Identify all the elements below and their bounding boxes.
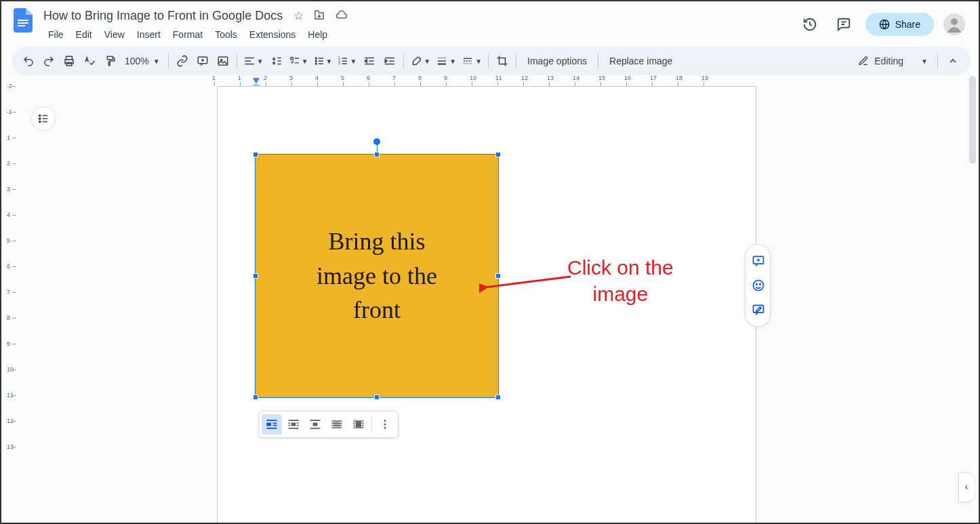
svg-point-15 — [315, 63, 317, 64]
svg-rect-12 — [291, 58, 293, 60]
svg-point-19 — [39, 115, 41, 116]
scrollbar-thumb[interactable] — [969, 76, 976, 164]
pencil-icon — [858, 56, 869, 66]
svg-rect-23 — [291, 423, 296, 426]
resize-handle-br[interactable] — [495, 395, 501, 400]
image-content[interactable]: Bring this image to the front — [256, 155, 498, 397]
chevron-down-icon: ▼ — [350, 58, 356, 65]
image-options-button[interactable]: Image options — [520, 52, 594, 70]
chevron-down-icon: ▼ — [302, 58, 308, 65]
align-dropdown[interactable]: ▼ — [241, 52, 266, 70]
line-spacing-button[interactable] — [267, 52, 286, 70]
docs-logo-icon[interactable] — [9, 7, 37, 34]
insert-link-button[interactable] — [173, 52, 192, 70]
add-emoji-button[interactable] — [746, 273, 771, 298]
show-outline-button[interactable] — [31, 106, 56, 131]
bullet-list-dropdown[interactable]: ▼ — [312, 52, 335, 70]
svg-rect-25 — [334, 422, 340, 427]
chevron-down-icon: ▼ — [326, 58, 333, 65]
toolbar: 100%▼ ▼ ▼ ▼ 123▼ ▼ ▼ ▼ Image options Rep… — [12, 47, 971, 75]
mode-dropdown[interactable]: Editing ▼ — [850, 50, 933, 72]
selected-image[interactable]: Bring this image to the front — [256, 155, 498, 397]
svg-point-14 — [315, 60, 317, 62]
resize-handle-tl[interactable] — [253, 152, 258, 157]
crop-button[interactable] — [493, 52, 512, 70]
separator — [168, 54, 169, 68]
rotate-handle[interactable] — [373, 138, 380, 145]
separator — [937, 54, 938, 68]
history-icon[interactable] — [798, 12, 822, 37]
menu-view[interactable]: View — [100, 26, 129, 43]
resize-handle-tr[interactable] — [495, 152, 501, 157]
redo-button[interactable] — [39, 52, 58, 70]
wrap-inline-button[interactable] — [262, 414, 282, 435]
border-dash-dropdown[interactable]: ▼ — [460, 52, 484, 70]
indent-marker[interactable] — [252, 77, 260, 85]
wrap-break-button[interactable] — [305, 414, 325, 435]
svg-rect-0 — [18, 20, 28, 21]
add-comment-button[interactable] — [193, 52, 212, 70]
annotation-text: Click on the image — [567, 254, 674, 307]
resize-handle-tm[interactable] — [374, 152, 380, 157]
checklist-dropdown[interactable]: ▼ — [287, 52, 310, 70]
decrease-indent-button[interactable] — [360, 52, 379, 70]
star-icon[interactable]: ☆ — [293, 9, 304, 23]
print-button[interactable] — [60, 52, 79, 70]
document-title[interactable]: How to Bring Image to Front in Google Do… — [39, 8, 287, 24]
zoom-value: 100% — [125, 56, 149, 66]
suggest-edits-button[interactable] — [746, 298, 771, 322]
wrap-text-button[interactable] — [283, 414, 304, 435]
separator — [598, 54, 598, 68]
svg-rect-24 — [313, 423, 318, 426]
menu-file[interactable]: File — [43, 26, 68, 43]
svg-point-13 — [315, 58, 317, 59]
menu-edit[interactable]: Edit — [71, 26, 97, 43]
move-icon[interactable] — [313, 9, 325, 23]
numbered-list-dropdown[interactable]: 123▼ — [335, 52, 359, 70]
undo-button[interactable] — [19, 52, 38, 70]
increase-indent-button[interactable] — [380, 52, 399, 70]
globe-icon — [879, 19, 890, 30]
share-button[interactable]: Share — [865, 13, 934, 36]
show-side-panel-button[interactable] — [958, 472, 975, 502]
svg-text:3: 3 — [339, 62, 341, 65]
wrap-front-button[interactable] — [348, 414, 369, 435]
comments-icon[interactable] — [832, 12, 856, 37]
svg-rect-22 — [267, 423, 272, 426]
menu-format[interactable]: Format — [168, 26, 207, 43]
menu-insert[interactable]: Insert — [132, 26, 165, 43]
insert-image-button[interactable] — [213, 52, 232, 70]
menu-help[interactable]: Help — [303, 26, 332, 43]
border-color-dropdown[interactable]: ▼ — [408, 52, 432, 70]
svg-point-20 — [39, 118, 41, 119]
menu-extensions[interactable]: Extensions — [245, 26, 300, 43]
svg-point-5 — [951, 18, 958, 25]
border-weight-dropdown[interactable]: ▼ — [434, 52, 458, 70]
resize-handle-mr[interactable] — [495, 273, 501, 279]
add-comment-side-button[interactable] — [746, 249, 771, 273]
replace-image-button[interactable]: Replace image — [603, 52, 679, 70]
wrap-more-button[interactable] — [375, 414, 395, 435]
wrap-behind-button[interactable] — [327, 414, 347, 435]
vertical-ruler[interactable]: -2-112345678910111213 — [5, 86, 16, 515]
cloud-saved-icon[interactable] — [335, 9, 348, 23]
resize-handle-bm[interactable] — [374, 395, 380, 400]
paint-format-button[interactable] — [100, 52, 119, 70]
menu-tools[interactable]: Tools — [210, 26, 242, 43]
chevron-down-icon: ▼ — [449, 58, 456, 65]
image-text-line2: image to the — [317, 259, 437, 293]
chevron-down-icon: ▼ — [921, 58, 928, 65]
collapse-toolbar-button[interactable] — [942, 50, 964, 72]
chevron-down-icon: ▼ — [475, 58, 482, 65]
horizontal-ruler[interactable]: 112345678910111213141516171819 — [34, 75, 979, 86]
resize-handle-ml[interactable] — [253, 273, 258, 279]
menu-bar: File Edit View Insert Format Tools Exten… — [39, 25, 798, 47]
account-avatar[interactable] — [943, 14, 965, 35]
resize-handle-bl[interactable] — [253, 395, 258, 400]
vertical-scrollbar[interactable] — [968, 76, 977, 510]
separator — [516, 54, 516, 68]
spellcheck-button[interactable] — [80, 52, 99, 70]
side-action-pill — [745, 244, 771, 327]
mode-label: Editing — [874, 56, 903, 66]
zoom-dropdown[interactable]: 100%▼ — [121, 52, 164, 70]
